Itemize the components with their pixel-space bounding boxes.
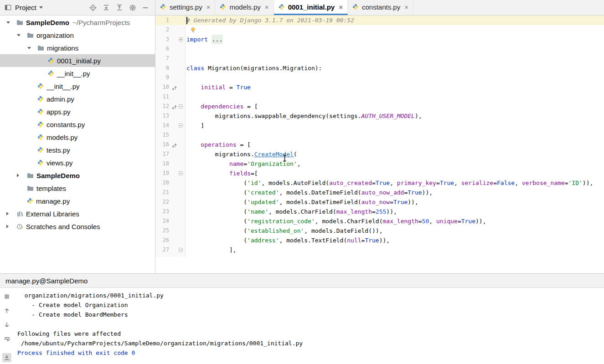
code-line-1: 1# Generated by Django 3.1.7 on 2021-03-… (155, 15, 604, 25)
folder-icon (27, 32, 34, 39)
hyperlinked-symbol[interactable]: CreateModel (254, 149, 294, 159)
tree-item-organization[interactable]: organization (0, 29, 155, 41)
console-line: Following files were affected (17, 329, 604, 338)
code-line-16: 16 operations = [ (155, 140, 604, 149)
line-number: 20 (155, 178, 171, 188)
tree-item-admin.py[interactable]: admin.py (0, 92, 155, 105)
tree-item-constants.py[interactable]: constants.py (0, 118, 155, 131)
code-line-25: 25 ('established_on', models.DateField()… (155, 226, 604, 236)
fold-marker-icon[interactable]: + (179, 37, 183, 41)
tree-item-views.py[interactable]: views.py (0, 156, 155, 169)
tree-item-SampleDemo[interactable]: SampleDemo (0, 169, 155, 182)
override-icon[interactable] (172, 85, 177, 90)
fold-marker-icon[interactable]: − (179, 104, 183, 108)
tab-0001_initial.py[interactable]: 0001_initial.py× (274, 0, 348, 15)
close-icon[interactable]: × (206, 4, 211, 10)
code-line-9: 9 (155, 73, 604, 82)
tab-constants.py[interactable]: constants.py× (348, 0, 413, 15)
project-dropdown[interactable]: Project (15, 4, 36, 11)
stop-icon[interactable] (4, 293, 10, 300)
tab-label: 0001_initial.py (288, 3, 335, 11)
gutter: 27− (155, 245, 186, 255)
python-file-icon (37, 159, 44, 166)
run-panel-header[interactable]: manage.py@SampleDemo (0, 273, 604, 288)
code-line-13: 13 migrations.swappable_dependency(setti… (155, 111, 604, 121)
tree-item-SampleDemo[interactable]: SampleDemo~/PycharmProjects (0, 16, 155, 29)
tree-item-label: templates (36, 185, 66, 192)
gutter: 15 (155, 130, 186, 140)
gutter: 3+ (155, 35, 186, 44)
tree-item-__init__.py[interactable]: __init__.py (0, 80, 155, 92)
pycharm-window: Project settings.py×models.py×0001_initi… (0, 0, 604, 364)
gutter: 21 (155, 188, 186, 197)
chevron-right-icon[interactable] (6, 212, 16, 215)
line-number: 12 (155, 102, 171, 111)
folder-icon (27, 172, 34, 179)
tree-item-templates[interactable]: templates (0, 182, 155, 195)
fold-marker-icon[interactable]: − (179, 123, 183, 128)
tree-item-Scratches and Consoles[interactable]: Scratches and Consoles (0, 220, 155, 233)
gutter: 17 (155, 149, 186, 159)
tree-item-manage.py[interactable]: manage.py (0, 195, 155, 207)
gutter: 16 (155, 140, 186, 149)
tree-item-label: organization (36, 31, 74, 39)
code-area[interactable]: 1# Generated by Django 3.1.7 on 2021-03-… (155, 15, 604, 257)
console-toolbar (0, 288, 14, 364)
settings-gear-icon[interactable] (129, 4, 136, 11)
down-arrow-icon[interactable] (4, 322, 10, 328)
close-icon[interactable]: × (265, 4, 269, 10)
code-line-17: 17 migrations.CreateModel( (155, 149, 604, 159)
project-tool-window-icon (5, 4, 11, 11)
tab-settings.py[interactable]: settings.py× (155, 0, 215, 15)
line-number: 11 (155, 92, 171, 102)
up-arrow-icon[interactable] (4, 308, 10, 314)
tree-item-label: __init__.py (46, 82, 80, 90)
python-file-icon (352, 4, 359, 10)
chevron-right-icon[interactable] (6, 225, 16, 228)
close-icon[interactable]: × (404, 4, 408, 10)
tree-item-External Libraries[interactable]: External Libraries (0, 207, 155, 220)
console-line: - Create model Organization (17, 300, 604, 310)
tree-item-label: 0001_initial.py (57, 57, 101, 65)
bulb-icon[interactable] (190, 27, 196, 33)
tab-models.py[interactable]: models.py× (215, 0, 274, 15)
line-number: 1 (155, 15, 171, 25)
python-file-icon (27, 198, 33, 204)
line-number: 14 (155, 121, 171, 130)
python-file-icon (37, 83, 44, 89)
python-file-icon (37, 134, 44, 140)
tree-item-apps.py[interactable]: apps.py (0, 105, 155, 118)
chevron-down-icon[interactable] (27, 47, 37, 49)
override-icon[interactable] (172, 142, 177, 148)
chevron-down-icon[interactable] (39, 6, 43, 9)
python-file-icon (48, 57, 54, 64)
editor[interactable]: 1# Generated by Django 3.1.7 on 2021-03-… (155, 15, 604, 273)
tree-item-__init__.py[interactable]: __init__.py (0, 67, 155, 80)
chevron-right-icon[interactable] (17, 174, 27, 177)
console-output[interactable]: organization/migrations/0001_initial.py … (14, 288, 604, 364)
code-line-8: 8class Migration(migrations.Migration): (155, 63, 604, 73)
tree-item-0001_initial.py[interactable]: 0001_initial.py (0, 54, 155, 67)
python-file-icon (220, 4, 226, 10)
scroll-end-icon[interactable] (2, 353, 11, 362)
tree-item-migrations[interactable]: migrations (0, 41, 155, 54)
code-line-11: 11 (155, 92, 604, 102)
hide-panel-icon[interactable] (142, 5, 149, 11)
fold-marker-icon[interactable]: − (179, 171, 183, 175)
expand-all-icon[interactable] (116, 4, 123, 11)
chevron-down-icon[interactable] (6, 21, 16, 24)
locate-file-icon[interactable] (89, 4, 97, 11)
tree-item-label: SampleDemo (26, 19, 69, 26)
collapse-all-icon[interactable] (103, 4, 110, 11)
fold-marker-icon[interactable]: − (179, 248, 183, 252)
tree-item-models.py[interactable]: models.py (0, 131, 155, 144)
project-tree[interactable]: SampleDemo~/PycharmProjectsorganizationm… (0, 15, 155, 273)
tree-item-label: admin.py (46, 95, 74, 103)
chevron-down-icon[interactable] (17, 34, 27, 36)
override-icon[interactable] (172, 104, 177, 109)
tree-item-tests.py[interactable]: tests.py (0, 144, 155, 156)
code-line-26: 26 ('address', models.TextField(null=Tru… (155, 236, 604, 245)
line-number: 19 (155, 169, 171, 178)
close-icon[interactable]: × (339, 4, 343, 10)
soft-wrap-icon[interactable] (4, 336, 10, 343)
